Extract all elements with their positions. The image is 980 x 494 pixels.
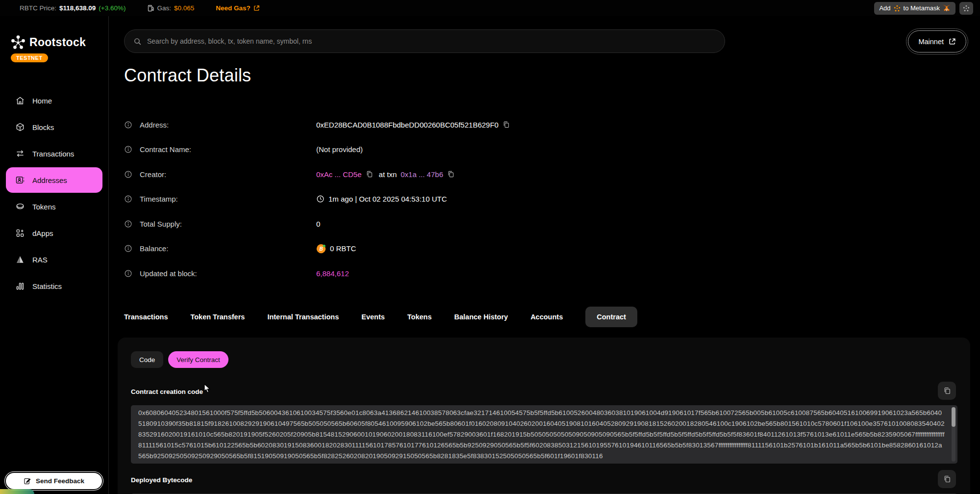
detail-label: Total Supply: — [140, 220, 316, 228]
creator-address-link[interactable]: 0xAc ... CD5e — [316, 170, 362, 179]
contract-name-value: (Not provided) — [316, 145, 363, 154]
sidebar-item-addresses[interactable]: Addresses — [6, 167, 102, 193]
network-button-label: Mainnet — [918, 38, 944, 46]
contract-tab-panel: Code Verify Contract Contract creation c… — [118, 338, 970, 494]
info-icon — [124, 121, 133, 129]
sidebar-item-label: Transactions — [32, 150, 74, 158]
gas-label: Gas: — [157, 4, 172, 12]
deployed-bytecode-label: Deployed Bytecode — [131, 476, 192, 484]
sidebar-item-statistics[interactable]: Statistics — [6, 273, 102, 299]
tab-internal-transactions[interactable]: Internal Transactions — [267, 307, 339, 327]
network-switch-button[interactable]: Mainnet — [908, 30, 966, 52]
sidebar-item-label: Blocks — [32, 123, 54, 131]
sidebar-item-transactions[interactable]: Transactions — [6, 141, 102, 166]
detail-row-creator: Creator: 0xAc ... CD5e at txn 0x1a ... 4… — [124, 162, 957, 187]
info-icon — [124, 145, 133, 154]
feedback-pencil-icon — [24, 477, 31, 485]
detail-row-timestamp: Timestamp: 1m ago | Oct 02 2025 04:53:10… — [124, 187, 957, 212]
sidebar-item-ras[interactable]: RAS — [6, 247, 102, 272]
transfer-arrows-icon — [15, 149, 25, 158]
top-status-bar: RBTC Price: $118,638.09 (+3.60%) Gas: $0… — [0, 0, 980, 16]
need-gas-link[interactable]: Need Gas? — [216, 4, 260, 12]
search-bar[interactable] — [124, 29, 725, 53]
copy-icon[interactable] — [366, 170, 373, 178]
rbtc-price-group: RBTC Price: $118,638.09 (+3.60%) — [20, 4, 126, 12]
sidebar-item-tokens[interactable]: Tokens — [6, 194, 102, 219]
mouse-cursor — [203, 384, 212, 393]
search-input[interactable] — [147, 37, 716, 45]
corner-decoration — [0, 489, 34, 494]
sidebar-item-home[interactable]: Home — [6, 88, 102, 113]
total-supply-value: 0 — [316, 220, 320, 228]
add-to-metamask-button[interactable]: Add to Metamask — [874, 2, 955, 15]
rbtc-price-label: RBTC Price: — [20, 4, 56, 12]
rbtc-token-icon: B — [316, 244, 326, 254]
sidebar-item-blocks[interactable]: Blocks — [6, 114, 102, 140]
metamask-fox-icon — [943, 4, 951, 12]
cube-icon — [15, 122, 25, 132]
copy-creation-code-button[interactable] — [938, 382, 956, 400]
creator-middle-text: at txn — [379, 170, 397, 179]
balance-value: 0 RBTC — [330, 244, 356, 253]
sidebar-item-label: RAS — [32, 256, 48, 264]
creator-txn-link[interactable]: 0x1a ... 47b6 — [401, 170, 443, 179]
sidebar-item-label: dApps — [32, 229, 53, 237]
detail-label: Balance: — [140, 244, 316, 253]
sidebar: Rootstock TESTNET Home Blocks — [0, 16, 109, 494]
external-link-icon — [253, 5, 260, 11]
main-content: Mainnet Contract Details Address: 0xED28… — [109, 16, 980, 494]
gas-group: Gas: $0.065 — [148, 4, 195, 12]
rbtc-price-change: (+3.60%) — [99, 4, 126, 12]
creation-code-label: Contract creation code — [131, 388, 203, 395]
home-icon — [15, 96, 25, 105]
svg-text:B: B — [319, 246, 323, 252]
page-title: Contract Details — [124, 65, 251, 86]
updated-block-link[interactable]: 6,884,612 — [316, 269, 349, 278]
info-icon — [124, 220, 133, 228]
external-link-icon — [949, 38, 956, 45]
dapps-grid-icon — [15, 228, 25, 238]
coin-icon — [15, 202, 25, 211]
detail-label: Creator: — [140, 170, 316, 179]
tab-token-transfers[interactable]: Token Transfers — [190, 307, 245, 327]
bar-chart-icon — [15, 281, 25, 291]
tab-contract[interactable]: Contract — [585, 307, 637, 327]
sidebar-item-label: Addresses — [32, 176, 67, 184]
info-icon — [124, 195, 133, 203]
rootstock-grid-icon — [963, 5, 970, 12]
code-button[interactable]: Code — [131, 351, 163, 368]
detail-row-contract-name: Contract Name: (Not provided) — [124, 137, 957, 162]
need-gas-label[interactable]: Need Gas? — [216, 4, 251, 12]
copy-icon[interactable] — [503, 121, 510, 129]
creation-code-box[interactable]: 0x608060405234801561000f575f5ffd5b506004… — [131, 405, 957, 464]
gas-pump-icon — [148, 4, 154, 12]
detail-label: Updated at block: — [140, 269, 316, 278]
rootstock-apps-button[interactable] — [959, 2, 973, 15]
scrollbar-thumb[interactable] — [952, 407, 955, 427]
info-icon — [124, 244, 133, 253]
sidebar-menu: Home Blocks Transactions — [0, 88, 108, 299]
tab-transactions[interactable]: Transactions — [124, 307, 168, 327]
detail-row-updated-block: Updated at block: 6,884,612 — [124, 261, 957, 286]
rbtc-price-value: $118,638.09 — [59, 4, 96, 12]
info-icon — [124, 269, 133, 278]
detail-row-balance: Balance: B 0 RBTC — [124, 236, 957, 261]
tab-balance-history[interactable]: Balance History — [454, 307, 508, 327]
rootstock-token-icon — [894, 5, 901, 12]
clock-icon — [316, 195, 325, 203]
copy-deployed-bytecode-button[interactable] — [938, 470, 956, 488]
address-card-icon — [15, 175, 25, 185]
tab-accounts[interactable]: Accounts — [530, 307, 563, 327]
address-value: 0xED28BCAD0B1088FbdbeDD00260BC05f521B629… — [316, 121, 499, 129]
detail-label: Contract Name: — [140, 145, 316, 154]
sidebar-item-dapps[interactable]: dApps — [6, 220, 102, 246]
brand[interactable]: Rootstock — [0, 16, 108, 50]
verify-contract-button[interactable]: Verify Contract — [168, 351, 228, 368]
sidebar-item-label: Statistics — [32, 282, 62, 290]
contract-details-list: Address: 0xED28BCAD0B1088FbdbeDD00260BC0… — [124, 112, 957, 286]
copy-icon[interactable] — [447, 170, 454, 178]
send-feedback-button[interactable]: Send Feedback — [5, 472, 103, 490]
tab-events[interactable]: Events — [361, 307, 385, 327]
detail-label: Timestamp: — [140, 195, 316, 203]
tab-tokens[interactable]: Tokens — [407, 307, 432, 327]
